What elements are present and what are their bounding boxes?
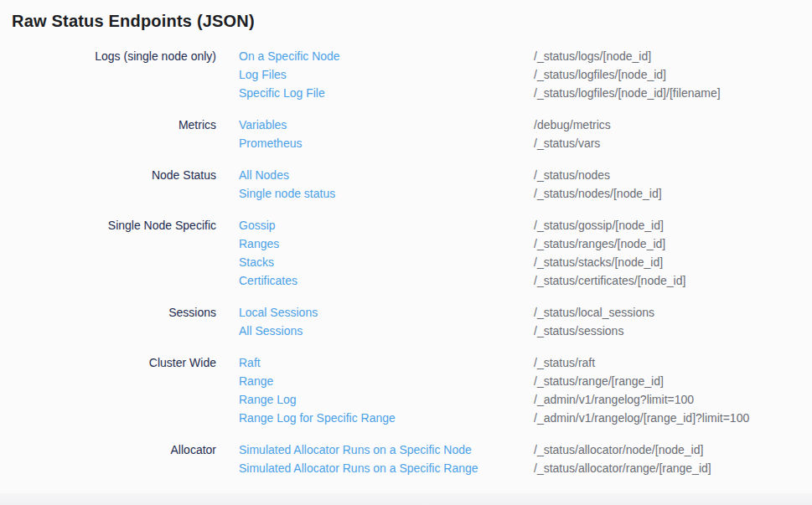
endpoint-group: MetricsVariablesPrometheus/debug/metrics… [0,116,812,152]
endpoint-group: Single Node SpecificGossipRangesStacksCe… [0,216,812,290]
footer-strip [0,493,812,505]
category-label: Metrics [0,116,216,134]
endpoint-paths-column: /_status/allocator/node/[node_id]/_statu… [534,441,812,477]
category-label: Cluster Wide [0,353,216,372]
category-label: Allocator [0,441,216,459]
endpoint-path: /_status/certificates/[node_id] [534,271,812,290]
category-label: Sessions [0,303,216,322]
endpoint-path: /_status/sessions [534,322,812,340]
endpoint-link[interactable]: Specific Log File [239,84,325,102]
endpoint-path: /_status/logs/[node_id] [534,47,812,65]
endpoint-group: AllocatorSimulated Allocator Runs on a S… [0,441,812,477]
endpoint-path: /_status/vars [534,134,812,152]
endpoint-paths-column: /_status/local_sessions/_status/sessions [534,303,812,340]
endpoint-path: /_status/allocator/node/[node_id] [534,441,812,459]
endpoint-path: /_status/logfiles/[node_id]/[filename] [534,84,812,102]
endpoint-path: /_status/ranges/[node_id] [534,234,812,253]
endpoint-paths-column: /debug/metrics/_status/vars [534,116,812,152]
category-label: Logs (single node only) [0,47,216,65]
endpoint-links-column: VariablesPrometheus [216,116,534,152]
page-title: Raw Status Endpoints (JSON) [0,0,812,32]
endpoint-link[interactable]: All Nodes [239,166,289,184]
endpoint-links-column: RaftRangeRange LogRange Log for Specific… [216,353,534,427]
endpoint-group: Logs (single node only)On a Specific Nod… [0,47,812,102]
endpoint-link[interactable]: Local Sessions [239,303,318,322]
endpoint-path: /_status/stacks/[node_id] [534,253,812,271]
endpoint-path: /_status/allocator/range/[range_id] [534,459,812,477]
endpoint-links-column: On a Specific NodeLog FilesSpecific Log … [216,47,534,102]
endpoints-list: Logs (single node only)On a Specific Nod… [0,47,812,477]
endpoint-link[interactable]: Gossip [239,216,276,234]
endpoint-links-column: Simulated Allocator Runs on a Specific N… [216,441,534,477]
endpoint-link[interactable]: On a Specific Node [239,47,340,65]
endpoint-link[interactable]: All Sessions [239,322,303,340]
endpoint-group: Cluster WideRaftRangeRange LogRange Log … [0,353,812,427]
endpoint-path: /_status/logfiles/[node_id] [534,65,812,84]
endpoint-link[interactable]: Log Files [239,65,287,84]
endpoint-paths-column: /_status/raft/_status/range/[range_id]/_… [534,353,812,427]
endpoint-link[interactable]: Single node status [239,184,335,203]
endpoint-path: /debug/metrics [534,116,812,134]
endpoint-link[interactable]: Simulated Allocator Runs on a Specific N… [239,441,472,459]
debug-endpoints-page: Raw Status Endpoints (JSON) Logs (single… [0,0,812,505]
endpoint-path: /_status/nodes/[node_id] [534,184,812,203]
endpoint-link[interactable]: Range Log for Specific Range [239,409,396,427]
endpoint-link[interactable]: Variables [239,116,287,134]
endpoint-link[interactable]: Simulated Allocator Runs on a Specific R… [239,459,478,477]
endpoint-link[interactable]: Ranges [239,234,279,253]
endpoint-path: /_status/nodes [534,166,812,184]
endpoint-links-column: GossipRangesStacksCertificates [216,216,534,290]
endpoint-path: /_status/local_sessions [534,303,812,322]
endpoint-group: Node StatusAll NodesSingle node status/_… [0,166,812,203]
endpoint-path: /_admin/v1/rangelog?limit=100 [534,390,812,409]
endpoint-link[interactable]: Prometheus [239,134,302,152]
endpoint-path: /_admin/v1/rangelog/[range_id]?limit=100 [534,409,812,427]
endpoint-link[interactable]: Range [239,372,273,390]
endpoint-links-column: All NodesSingle node status [216,166,534,203]
endpoint-links-column: Local SessionsAll Sessions [216,303,534,340]
category-label: Single Node Specific [0,216,216,234]
endpoint-group: SessionsLocal SessionsAll Sessions/_stat… [0,303,812,340]
endpoint-path: /_status/raft [534,353,812,372]
endpoint-paths-column: /_status/logs/[node_id]/_status/logfiles… [534,47,812,102]
endpoint-link[interactable]: Certificates [239,271,297,290]
endpoint-paths-column: /_status/gossip/[node_id]/_status/ranges… [534,216,812,290]
endpoint-link[interactable]: Raft [239,353,261,372]
endpoint-link[interactable]: Stacks [239,253,274,271]
endpoint-link[interactable]: Range Log [239,390,297,409]
endpoint-paths-column: /_status/nodes/_status/nodes/[node_id] [534,166,812,203]
endpoint-path: /_status/gossip/[node_id] [534,216,812,234]
endpoint-path: /_status/range/[range_id] [534,372,812,390]
category-label: Node Status [0,166,216,184]
